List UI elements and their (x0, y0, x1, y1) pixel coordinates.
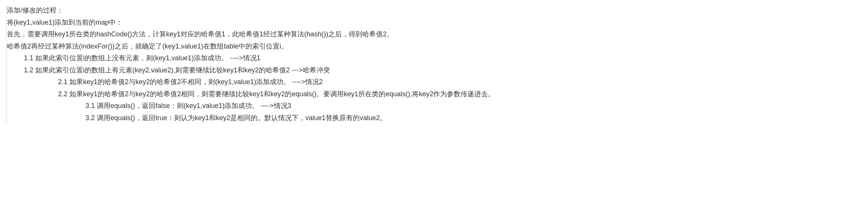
text-line: 哈希值2再经过某种算法(indexFor())之后，就确定了(key1,valu… (7, 41, 862, 53)
text-block: 添加/修改的过程： 将(key1,value1)添加到当前的map中： 首先，需… (6, 5, 862, 124)
text-line: 将(key1,value1)添加到当前的map中： (7, 17, 862, 29)
text-line: 添加/修改的过程： (7, 5, 862, 17)
text-line-indent-1: 1.2 如果此索引位置i的数组上有元素(key2,value2),则需要继续比较… (7, 64, 862, 77)
text-line-indent-2: 2.1 如果key1的哈希值2与key2的哈希值2不相同，则(key1,valu… (7, 76, 862, 88)
text-line-indent-2: 2.2 如果key1的哈希值2与key2的哈希值2相同，则需要继续比较key1和… (7, 88, 862, 100)
text-line-indent-3: 3.1 调用equals()，返回false：则(key1,value1)添加成… (7, 100, 862, 112)
text-line-indent-1: 1.1 如果此索引位置i的数组上没有元素，则(key1,value1)添加成功。… (7, 52, 862, 64)
text-line: 首先，需要调用key1所在类的hashCode()方法，计算key1对应的哈希值… (7, 28, 862, 41)
text-line-indent-3: 3.2 调用equals()，返回true：则认为key1和key2是相同的。默… (7, 112, 862, 124)
